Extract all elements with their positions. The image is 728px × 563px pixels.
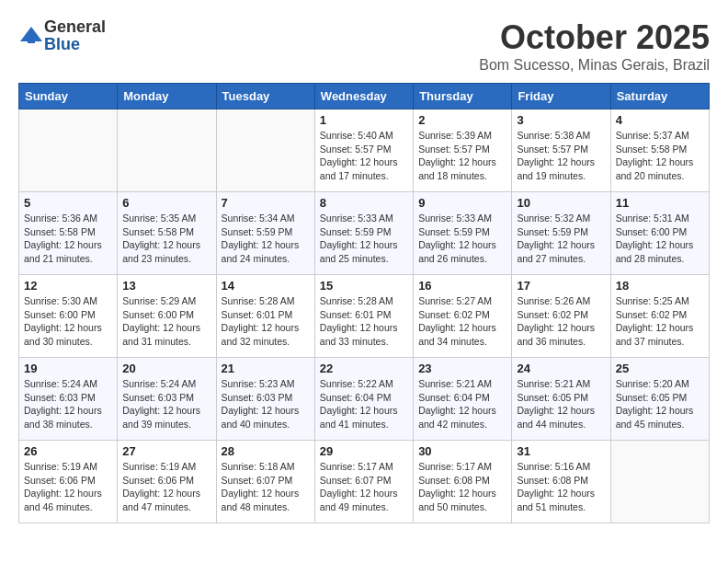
weekday-header: Tuesday [216,84,314,109]
calendar-cell: 22Sunrise: 5:22 AMSunset: 6:04 PMDayligh… [314,358,413,441]
day-info: Sunrise: 5:21 AMSunset: 6:04 PMDaylight:… [418,377,506,431]
day-number: 15 [320,279,408,293]
title-section: October 2025 Bom Sucesso, Minas Gerais, … [479,18,710,74]
day-number: 27 [122,444,210,458]
calendar-cell: 16Sunrise: 5:27 AMSunset: 6:02 PMDayligh… [414,275,512,358]
calendar-cell: 15Sunrise: 5:28 AMSunset: 6:01 PMDayligh… [314,275,413,358]
calendar-cell: 4Sunrise: 5:37 AMSunset: 5:58 PMDaylight… [610,109,709,192]
day-info: Sunrise: 5:17 AMSunset: 6:08 PMDaylight:… [418,460,506,514]
day-info: Sunrise: 5:33 AMSunset: 5:59 PMDaylight:… [320,212,408,266]
calendar-cell: 30Sunrise: 5:17 AMSunset: 6:08 PMDayligh… [414,441,512,523]
day-info: Sunrise: 5:31 AMSunset: 6:00 PMDaylight:… [616,212,704,266]
day-number: 2 [418,113,506,127]
day-number: 24 [517,362,605,375]
logo: General Blue [18,18,106,53]
calendar-cell: 6Sunrise: 5:35 AMSunset: 5:58 PMDaylight… [118,192,216,275]
calendar-cell [216,109,314,192]
day-info: Sunrise: 5:25 AMSunset: 6:02 PMDaylight:… [616,294,704,349]
calendar-cell: 27Sunrise: 5:19 AMSunset: 6:06 PMDayligh… [118,441,216,523]
day-number: 23 [418,362,506,375]
day-info: Sunrise: 5:24 AMSunset: 6:03 PMDaylight:… [122,377,210,431]
day-info: Sunrise: 5:21 AMSunset: 6:05 PMDaylight:… [517,377,605,431]
calendar-cell: 29Sunrise: 5:17 AMSunset: 6:07 PMDayligh… [314,441,413,523]
day-info: Sunrise: 5:33 AMSunset: 5:59 PMDaylight:… [418,212,506,266]
day-info: Sunrise: 5:38 AMSunset: 5:57 PMDaylight:… [517,129,605,183]
calendar-cell: 18Sunrise: 5:25 AMSunset: 6:02 PMDayligh… [610,275,709,358]
calendar-cell: 28Sunrise: 5:18 AMSunset: 6:07 PMDayligh… [216,441,314,523]
location-title: Bom Sucesso, Minas Gerais, Brazil [479,57,710,74]
day-info: Sunrise: 5:18 AMSunset: 6:07 PMDaylight:… [222,460,310,514]
weekday-header: Friday [512,84,610,109]
day-number: 4 [616,113,704,127]
calendar-cell: 14Sunrise: 5:28 AMSunset: 6:01 PMDayligh… [216,275,314,358]
weekday-header: Monday [118,84,216,109]
day-number: 13 [122,279,210,293]
calendar-week-row: 12Sunrise: 5:30 AMSunset: 6:00 PMDayligh… [19,275,710,358]
day-number: 12 [24,279,112,293]
day-number: 26 [24,444,112,458]
day-number: 17 [517,279,605,293]
day-info: Sunrise: 5:24 AMSunset: 6:03 PMDaylight:… [24,377,112,431]
page-header: General Blue October 2025 Bom Sucesso, M… [18,18,710,74]
calendar-cell: 17Sunrise: 5:26 AMSunset: 6:02 PMDayligh… [512,275,610,358]
calendar-cell: 7Sunrise: 5:34 AMSunset: 5:59 PMDaylight… [216,192,314,275]
day-number: 6 [122,196,210,210]
weekday-header: Saturday [610,84,709,109]
day-number: 19 [24,362,112,375]
day-number: 18 [616,279,704,293]
day-number: 7 [222,196,310,210]
day-number: 28 [222,444,310,458]
day-number: 29 [320,444,408,458]
day-number: 5 [24,196,112,210]
calendar-cell: 26Sunrise: 5:19 AMSunset: 6:06 PMDayligh… [19,441,118,523]
day-number: 30 [418,444,506,458]
day-info: Sunrise: 5:34 AMSunset: 5:59 PMDaylight:… [222,212,310,266]
month-title: October 2025 [479,18,710,57]
calendar-cell: 8Sunrise: 5:33 AMSunset: 5:59 PMDaylight… [314,192,413,275]
calendar-cell: 1Sunrise: 5:40 AMSunset: 5:57 PMDaylight… [314,109,413,192]
calendar-cell: 21Sunrise: 5:23 AMSunset: 6:03 PMDayligh… [216,358,314,441]
day-info: Sunrise: 5:19 AMSunset: 6:06 PMDaylight:… [122,460,210,514]
day-number: 10 [517,196,605,210]
day-number: 14 [222,279,310,293]
calendar-week-row: 1Sunrise: 5:40 AMSunset: 5:57 PMDaylight… [19,109,710,192]
weekday-header: Wednesday [314,84,413,109]
day-info: Sunrise: 5:37 AMSunset: 5:58 PMDaylight:… [616,129,704,183]
calendar-cell [610,441,709,523]
day-info: Sunrise: 5:23 AMSunset: 6:03 PMDaylight:… [222,377,310,431]
calendar-cell: 12Sunrise: 5:30 AMSunset: 6:00 PMDayligh… [19,275,118,358]
calendar-header-row: SundayMondayTuesdayWednesdayThursdayFrid… [19,84,710,109]
calendar-cell: 9Sunrise: 5:33 AMSunset: 5:59 PMDaylight… [414,192,512,275]
calendar-table: SundayMondayTuesdayWednesdayThursdayFrid… [18,83,710,523]
weekday-header: Sunday [19,84,118,109]
calendar-cell: 19Sunrise: 5:24 AMSunset: 6:03 PMDayligh… [19,358,118,441]
calendar-cell [118,109,216,192]
day-info: Sunrise: 5:29 AMSunset: 6:00 PMDaylight:… [122,294,210,349]
day-number: 3 [517,113,605,127]
logo-blue: Blue [44,35,80,53]
day-info: Sunrise: 5:26 AMSunset: 6:02 PMDaylight:… [517,294,605,349]
day-info: Sunrise: 5:17 AMSunset: 6:07 PMDaylight:… [320,460,408,514]
day-info: Sunrise: 5:32 AMSunset: 5:59 PMDaylight:… [517,212,605,266]
calendar-cell: 31Sunrise: 5:16 AMSunset: 6:08 PMDayligh… [512,441,610,523]
day-info: Sunrise: 5:30 AMSunset: 6:00 PMDaylight:… [24,294,112,349]
day-info: Sunrise: 5:39 AMSunset: 5:57 PMDaylight:… [418,129,506,183]
day-number: 31 [517,444,605,458]
day-number: 20 [122,362,210,375]
calendar-week-row: 26Sunrise: 5:19 AMSunset: 6:06 PMDayligh… [19,441,710,523]
svg-rect-1 [28,36,35,43]
day-info: Sunrise: 5:28 AMSunset: 6:01 PMDaylight:… [320,294,408,349]
day-number: 8 [320,196,408,210]
day-number: 1 [320,113,408,127]
calendar-week-row: 19Sunrise: 5:24 AMSunset: 6:03 PMDayligh… [19,358,710,441]
calendar-cell: 25Sunrise: 5:20 AMSunset: 6:05 PMDayligh… [610,358,709,441]
logo-general: General [44,17,106,36]
day-number: 22 [320,362,408,375]
calendar-cell: 2Sunrise: 5:39 AMSunset: 5:57 PMDaylight… [414,109,512,192]
calendar-cell: 3Sunrise: 5:38 AMSunset: 5:57 PMDaylight… [512,109,610,192]
calendar-cell: 20Sunrise: 5:24 AMSunset: 6:03 PMDayligh… [118,358,216,441]
weekday-header: Thursday [414,84,512,109]
day-number: 9 [418,196,506,210]
day-number: 11 [616,196,704,210]
day-info: Sunrise: 5:22 AMSunset: 6:04 PMDaylight:… [320,377,408,431]
